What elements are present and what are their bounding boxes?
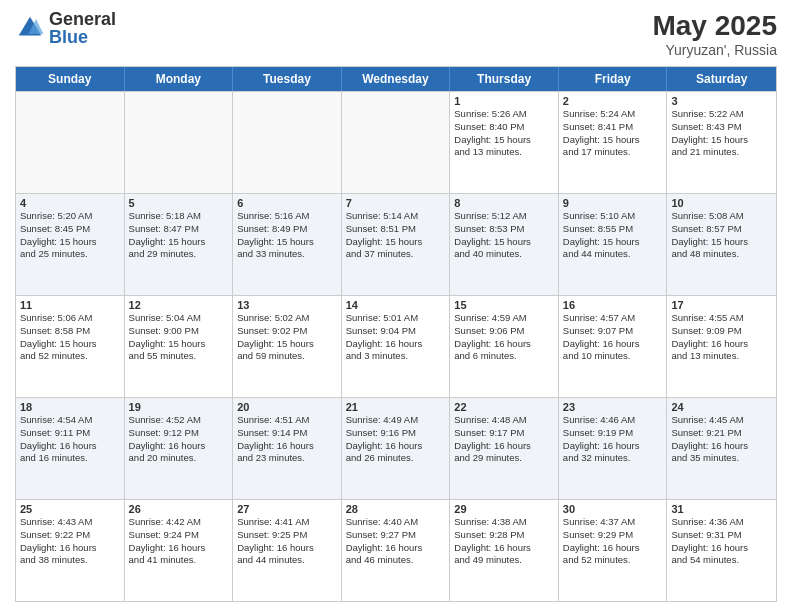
day-num-4-1: 26 (129, 503, 229, 515)
day-info-1-0: Sunrise: 5:20 AM Sunset: 8:45 PM Dayligh… (20, 210, 120, 261)
day-info-4-0: Sunrise: 4:43 AM Sunset: 9:22 PM Dayligh… (20, 516, 120, 567)
cal-cell-4-2: 27Sunrise: 4:41 AM Sunset: 9:25 PM Dayli… (233, 500, 342, 601)
day-num-3-3: 21 (346, 401, 446, 413)
day-info-4-3: Sunrise: 4:40 AM Sunset: 9:27 PM Dayligh… (346, 516, 446, 567)
cal-cell-1-3: 7Sunrise: 5:14 AM Sunset: 8:51 PM Daylig… (342, 194, 451, 295)
day-num-2-1: 12 (129, 299, 229, 311)
day-num-4-0: 25 (20, 503, 120, 515)
day-info-2-0: Sunrise: 5:06 AM Sunset: 8:58 PM Dayligh… (20, 312, 120, 363)
cal-cell-3-1: 19Sunrise: 4:52 AM Sunset: 9:12 PM Dayli… (125, 398, 234, 499)
day-num-1-0: 4 (20, 197, 120, 209)
cal-cell-0-6: 3Sunrise: 5:22 AM Sunset: 8:43 PM Daylig… (667, 92, 776, 193)
cal-cell-2-5: 16Sunrise: 4:57 AM Sunset: 9:07 PM Dayli… (559, 296, 668, 397)
day-num-3-2: 20 (237, 401, 337, 413)
day-num-1-5: 9 (563, 197, 663, 209)
title-block: May 2025 Yuryuzan', Russia (652, 10, 777, 58)
calendar: Sunday Monday Tuesday Wednesday Thursday… (15, 66, 777, 602)
cal-cell-3-3: 21Sunrise: 4:49 AM Sunset: 9:16 PM Dayli… (342, 398, 451, 499)
day-num-1-2: 6 (237, 197, 337, 209)
cal-row-4: 25Sunrise: 4:43 AM Sunset: 9:22 PM Dayli… (16, 499, 776, 601)
day-info-4-6: Sunrise: 4:36 AM Sunset: 9:31 PM Dayligh… (671, 516, 772, 567)
day-num-4-2: 27 (237, 503, 337, 515)
logo-icon (15, 13, 45, 43)
cal-row-1: 4Sunrise: 5:20 AM Sunset: 8:45 PM Daylig… (16, 193, 776, 295)
cal-cell-3-4: 22Sunrise: 4:48 AM Sunset: 9:17 PM Dayli… (450, 398, 559, 499)
day-info-2-1: Sunrise: 5:04 AM Sunset: 9:00 PM Dayligh… (129, 312, 229, 363)
day-num-3-4: 22 (454, 401, 554, 413)
cal-cell-1-6: 10Sunrise: 5:08 AM Sunset: 8:57 PM Dayli… (667, 194, 776, 295)
day-info-4-2: Sunrise: 4:41 AM Sunset: 9:25 PM Dayligh… (237, 516, 337, 567)
cal-cell-4-0: 25Sunrise: 4:43 AM Sunset: 9:22 PM Dayli… (16, 500, 125, 601)
cal-cell-2-0: 11Sunrise: 5:06 AM Sunset: 8:58 PM Dayli… (16, 296, 125, 397)
logo-blue-text: Blue (49, 27, 88, 47)
cal-cell-4-3: 28Sunrise: 4:40 AM Sunset: 9:27 PM Dayli… (342, 500, 451, 601)
cal-cell-4-5: 30Sunrise: 4:37 AM Sunset: 9:29 PM Dayli… (559, 500, 668, 601)
day-num-1-1: 5 (129, 197, 229, 209)
cal-cell-2-1: 12Sunrise: 5:04 AM Sunset: 9:00 PM Dayli… (125, 296, 234, 397)
cal-cell-1-4: 8Sunrise: 5:12 AM Sunset: 8:53 PM Daylig… (450, 194, 559, 295)
day-info-1-2: Sunrise: 5:16 AM Sunset: 8:49 PM Dayligh… (237, 210, 337, 261)
calendar-header: Sunday Monday Tuesday Wednesday Thursday… (16, 67, 776, 91)
day-info-3-3: Sunrise: 4:49 AM Sunset: 9:16 PM Dayligh… (346, 414, 446, 465)
day-num-0-5: 2 (563, 95, 663, 107)
header-thursday: Thursday (450, 67, 559, 91)
day-num-2-5: 16 (563, 299, 663, 311)
cal-cell-2-3: 14Sunrise: 5:01 AM Sunset: 9:04 PM Dayli… (342, 296, 451, 397)
header-sunday: Sunday (16, 67, 125, 91)
day-num-4-4: 29 (454, 503, 554, 515)
day-num-2-6: 17 (671, 299, 772, 311)
day-info-3-4: Sunrise: 4:48 AM Sunset: 9:17 PM Dayligh… (454, 414, 554, 465)
logo-general-text: General (49, 9, 116, 29)
day-num-3-0: 18 (20, 401, 120, 413)
cal-cell-3-5: 23Sunrise: 4:46 AM Sunset: 9:19 PM Dayli… (559, 398, 668, 499)
day-info-2-3: Sunrise: 5:01 AM Sunset: 9:04 PM Dayligh… (346, 312, 446, 363)
day-num-0-4: 1 (454, 95, 554, 107)
cal-cell-0-3 (342, 92, 451, 193)
day-info-3-2: Sunrise: 4:51 AM Sunset: 9:14 PM Dayligh… (237, 414, 337, 465)
cal-cell-0-0 (16, 92, 125, 193)
header-friday: Friday (559, 67, 668, 91)
cal-row-0: 1Sunrise: 5:26 AM Sunset: 8:40 PM Daylig… (16, 91, 776, 193)
header: General Blue May 2025 Yuryuzan', Russia (15, 10, 777, 58)
cal-cell-0-2 (233, 92, 342, 193)
day-info-0-5: Sunrise: 5:24 AM Sunset: 8:41 PM Dayligh… (563, 108, 663, 159)
day-info-0-4: Sunrise: 5:26 AM Sunset: 8:40 PM Dayligh… (454, 108, 554, 159)
cal-cell-2-2: 13Sunrise: 5:02 AM Sunset: 9:02 PM Dayli… (233, 296, 342, 397)
cal-cell-3-6: 24Sunrise: 4:45 AM Sunset: 9:21 PM Dayli… (667, 398, 776, 499)
cal-cell-4-6: 31Sunrise: 4:36 AM Sunset: 9:31 PM Dayli… (667, 500, 776, 601)
day-info-3-5: Sunrise: 4:46 AM Sunset: 9:19 PM Dayligh… (563, 414, 663, 465)
day-info-2-4: Sunrise: 4:59 AM Sunset: 9:06 PM Dayligh… (454, 312, 554, 363)
calendar-body: 1Sunrise: 5:26 AM Sunset: 8:40 PM Daylig… (16, 91, 776, 601)
cal-cell-0-1 (125, 92, 234, 193)
cal-cell-3-0: 18Sunrise: 4:54 AM Sunset: 9:11 PM Dayli… (16, 398, 125, 499)
day-num-4-5: 30 (563, 503, 663, 515)
day-info-1-4: Sunrise: 5:12 AM Sunset: 8:53 PM Dayligh… (454, 210, 554, 261)
day-info-4-1: Sunrise: 4:42 AM Sunset: 9:24 PM Dayligh… (129, 516, 229, 567)
day-num-1-6: 10 (671, 197, 772, 209)
day-info-3-6: Sunrise: 4:45 AM Sunset: 9:21 PM Dayligh… (671, 414, 772, 465)
day-info-3-0: Sunrise: 4:54 AM Sunset: 9:11 PM Dayligh… (20, 414, 120, 465)
day-num-1-3: 7 (346, 197, 446, 209)
cal-cell-1-5: 9Sunrise: 5:10 AM Sunset: 8:55 PM Daylig… (559, 194, 668, 295)
cal-cell-0-5: 2Sunrise: 5:24 AM Sunset: 8:41 PM Daylig… (559, 92, 668, 193)
header-saturday: Saturday (667, 67, 776, 91)
page: General Blue May 2025 Yuryuzan', Russia … (0, 0, 792, 612)
day-num-3-5: 23 (563, 401, 663, 413)
location: Yuryuzan', Russia (652, 42, 777, 58)
day-info-1-6: Sunrise: 5:08 AM Sunset: 8:57 PM Dayligh… (671, 210, 772, 261)
day-info-2-5: Sunrise: 4:57 AM Sunset: 9:07 PM Dayligh… (563, 312, 663, 363)
cal-cell-3-2: 20Sunrise: 4:51 AM Sunset: 9:14 PM Dayli… (233, 398, 342, 499)
cal-cell-1-1: 5Sunrise: 5:18 AM Sunset: 8:47 PM Daylig… (125, 194, 234, 295)
day-num-4-6: 31 (671, 503, 772, 515)
cal-cell-1-2: 6Sunrise: 5:16 AM Sunset: 8:49 PM Daylig… (233, 194, 342, 295)
cal-row-3: 18Sunrise: 4:54 AM Sunset: 9:11 PM Dayli… (16, 397, 776, 499)
day-info-2-2: Sunrise: 5:02 AM Sunset: 9:02 PM Dayligh… (237, 312, 337, 363)
header-wednesday: Wednesday (342, 67, 451, 91)
day-num-3-6: 24 (671, 401, 772, 413)
day-num-4-3: 28 (346, 503, 446, 515)
logo: General Blue (15, 10, 116, 46)
header-monday: Monday (125, 67, 234, 91)
day-num-3-1: 19 (129, 401, 229, 413)
cal-cell-2-6: 17Sunrise: 4:55 AM Sunset: 9:09 PM Dayli… (667, 296, 776, 397)
cal-cell-2-4: 15Sunrise: 4:59 AM Sunset: 9:06 PM Dayli… (450, 296, 559, 397)
